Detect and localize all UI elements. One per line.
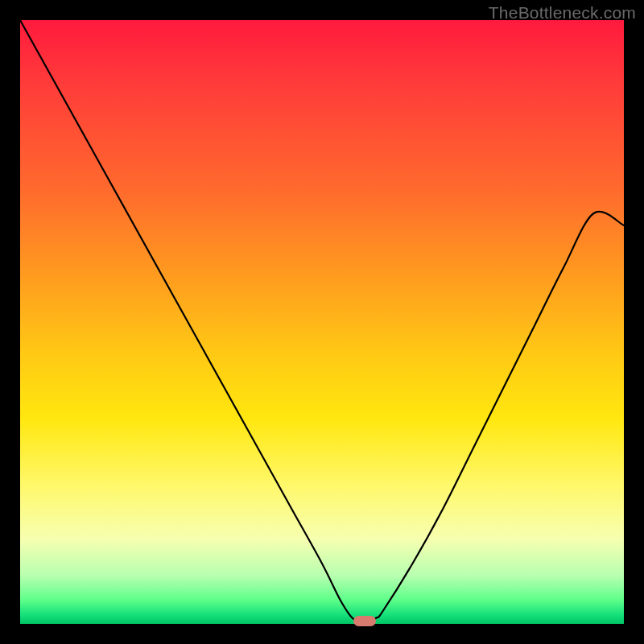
watermark-text: TheBottleneck.com [489, 3, 636, 23]
chart-frame: TheBottleneck.com [0, 0, 644, 644]
plot-area [20, 20, 624, 624]
bottleneck-curve [20, 20, 624, 624]
bottleneck-curve-path [20, 20, 624, 624]
optimal-marker [353, 616, 376, 626]
